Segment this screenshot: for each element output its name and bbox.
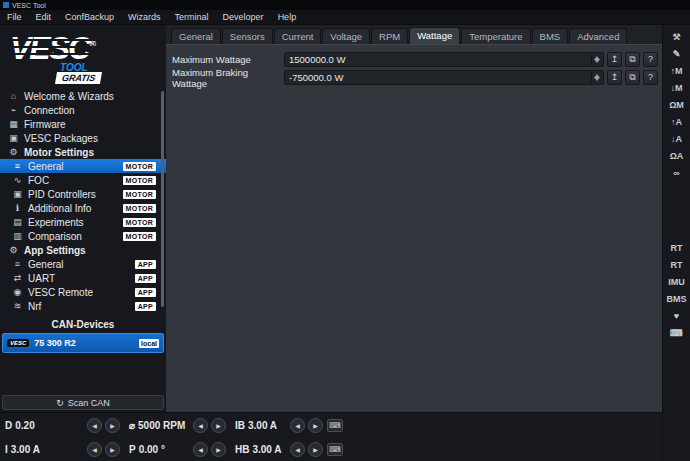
sidebar-item-vesc-packages[interactable]: ▣ VESC Packages [0,131,166,145]
menu-help[interactable]: Help [271,10,304,24]
sidebar-item-welcome-wizards[interactable]: ⌂ Welcome & Wizards [0,89,166,103]
tab-wattage[interactable]: Wattage [409,27,460,44]
write-param-button[interactable]: ↥ [607,70,622,85]
help-param-button[interactable]: ? [643,70,658,85]
tab-rpm[interactable]: RPM [371,28,408,44]
rt-data-button[interactable]: RT [666,242,688,255]
scan-can-button[interactable]: ↻ Scan CAN [2,395,164,410]
tab-label: RPM [379,31,400,42]
tab-current[interactable]: Current [274,28,322,44]
copy-param-button[interactable]: ⧉ [625,70,640,85]
menu-confbackup[interactable]: ConfBackup [58,10,121,24]
sidebar-item-vesc-remote[interactable]: ◉ VESC Remote APP [0,285,166,299]
menu-terminal[interactable]: Terminal [168,10,216,24]
read-motor-config-default-button[interactable]: ΩM [666,99,688,112]
param-spinbox[interactable]: 1500000.0 W [284,52,604,67]
sidebar-item-comparison[interactable]: ▥ Comparison MOTOR [0,229,166,243]
read-app-config-button[interactable]: ↓A [666,133,688,146]
sidebar-scrollbar[interactable] [161,91,164,307]
status-field-label: HB [235,444,249,455]
serial-icon: ⇄ [11,273,24,283]
sidebar-item-pid-controllers[interactable]: ▣ PID Controllers MOTOR [0,187,166,201]
vesc-device-icon: VESC [7,339,29,347]
increment-button[interactable]: ▶ [105,442,120,457]
sidebar-item-uart[interactable]: ⇄ UART APP [0,271,166,285]
decrement-button[interactable]: ◀ [193,418,208,433]
keyboard-control-button[interactable]: ⌨ [327,443,343,456]
increment-button[interactable]: ▶ [211,418,226,433]
sidebar-item-label: App Settings [24,245,86,256]
pencil-button[interactable]: ✎ [666,48,688,61]
rt-app-button[interactable]: RT [666,259,688,272]
sidebar-item-label: General [28,259,64,270]
wrench-button[interactable]: ⚒ [666,31,688,44]
keyboard-control-button[interactable]: ⌨ [327,419,343,432]
sidebar-item-label: Nrf [28,301,41,312]
tab-temperature[interactable]: Temperature [461,28,530,44]
tab-voltage[interactable]: Voltage [322,28,370,44]
main-area: General Sensors Current Voltage RPM [166,25,662,412]
read-motor-config-button[interactable]: ↓M [666,82,688,95]
increment-button[interactable]: ▶ [211,442,226,457]
decrement-button[interactable]: ◀ [290,418,305,433]
tab-advanced[interactable]: Advanced [569,28,627,44]
copy-param-button[interactable]: ⧉ [625,52,640,67]
write-param-button[interactable]: ↥ [607,52,622,67]
spin-down-icon[interactable] [592,78,602,84]
increment-button[interactable]: ▶ [105,418,120,433]
sidebar-item-foc[interactable]: ∿ FOC MOTOR [0,173,166,187]
menu-file[interactable]: File [0,10,29,24]
write-app-config-button[interactable]: ↑A [666,116,688,129]
bms-data-button[interactable]: BMS [666,293,688,306]
decrement-button[interactable]: ◀ [87,418,102,433]
menu-wizards[interactable]: Wizards [121,10,168,24]
menu-edit[interactable]: Edit [29,10,59,24]
sidebar-item-label: General [28,161,64,172]
sidebar-item-app-settings[interactable]: ⚙ App Settings [0,243,166,257]
sidebar-item-label: Connection [24,105,75,116]
can-device-name: 75 300 R2 [34,338,76,348]
sidebar-item-motor-settings[interactable]: ⚙ Motor Settings [0,145,166,159]
motor-gear-icon: ⚙ [7,147,20,157]
sidebar-item-general[interactable]: ≡ General APP [0,257,166,271]
sidebar-item-general[interactable]: ≡ General MOTOR [0,159,166,173]
param-spinbox[interactable]: -750000.0 W [284,70,604,85]
imu-data-icon: IMU [668,278,685,287]
help-param-button[interactable]: ? [643,52,658,67]
status-field-buttons: ◀ ▶ [87,442,124,457]
spinner-arrows[interactable] [591,72,602,83]
poll-loop-button[interactable]: ∞ [666,167,688,180]
decrement-button[interactable]: ◀ [87,442,102,457]
imu-data-button[interactable]: IMU [666,276,688,289]
spin-down-icon[interactable] [592,60,602,66]
keyboard-control-button[interactable]: ⌨ [666,327,688,340]
write-motor-config-button[interactable]: ↑M [666,65,688,78]
status-row-1: D 0.20 ◀ ▶ ⌀ 5000 RPM ◀ ▶ [0,413,350,437]
sidebar-item-experiments[interactable]: ▤ Experiments MOTOR [0,215,166,229]
tab-general[interactable]: General [171,28,221,44]
param-list: Maximum Wattage 1500000.0 W ↥ ⧉ ? Maximu… [166,45,662,85]
tab-label: Sensors [230,31,265,42]
favorites-button[interactable]: ♥ [666,310,688,323]
increment-button[interactable]: ▶ [308,442,323,457]
read-motor-config-icon: ↓M [671,84,683,93]
menu-developer[interactable]: Developer [216,10,271,24]
read-app-config-default-button[interactable]: ΩA [666,150,688,163]
sidebar-item-connection[interactable]: ⌁ Connection [0,103,166,117]
param-label: Maximum Braking Wattage [172,67,284,89]
spinner-arrows[interactable] [591,54,602,65]
tab-sensors[interactable]: Sensors [222,28,273,44]
status-field-value: 0.00 ° [139,444,165,455]
increment-button[interactable]: ▶ [308,418,323,433]
status-field-buttons: ◀ ▶ [290,442,327,457]
sidebar-item-firmware[interactable]: ▦ Firmware [0,117,166,131]
sidebar-item-nrf[interactable]: ≋ Nrf APP [0,299,166,313]
decrement-button[interactable]: ◀ [193,442,208,457]
tab-bms[interactable]: BMS [532,28,569,44]
can-device-item[interactable]: VESC 75 300 R2 local [2,333,164,353]
scope-badge: MOTOR [123,218,156,227]
vesc-logo-text: VESC® [10,27,96,65]
status-field-value: 3.00 A [248,420,277,431]
decrement-button[interactable]: ◀ [290,442,305,457]
sidebar-item-additional-info[interactable]: ℹ Additional Info MOTOR [0,201,166,215]
